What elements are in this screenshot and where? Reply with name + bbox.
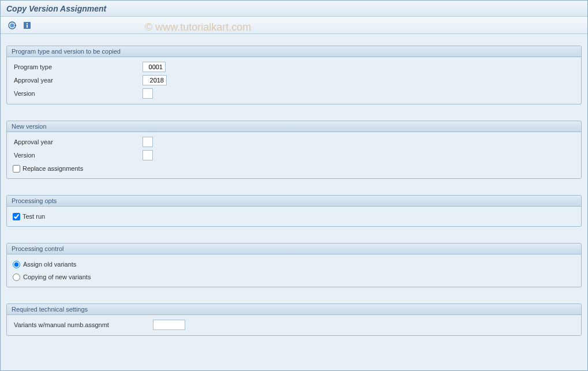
- approval-year-input[interactable]: [143, 75, 167, 85]
- svg-rect-3: [27, 23, 28, 24]
- group-header: Required technical settings: [7, 304, 581, 315]
- toolbar: [1, 17, 587, 34]
- svg-rect-4: [27, 25, 28, 28]
- group-new-version: New version Approval year Version Replac…: [6, 121, 582, 179]
- field-row-program-type: Program type: [13, 61, 575, 73]
- group-header: Program type and version to be copied: [7, 46, 581, 57]
- replace-assignments-checkbox[interactable]: [13, 165, 20, 173]
- copying-new-variants-radio[interactable]: [13, 273, 20, 281]
- field-row-version: Version: [13, 87, 575, 100]
- group-program-type-version: Program type and version to be copied Pr…: [6, 46, 582, 104]
- field-row-new-approval-year: Approval year: [13, 136, 575, 148]
- field-row-new-version: Version: [13, 149, 575, 162]
- new-approval-year-input[interactable]: [143, 137, 153, 147]
- test-run-checkbox[interactable]: [13, 213, 20, 220]
- variants-manual-input[interactable]: [153, 320, 185, 330]
- content-area: Program type and version to be copied Pr…: [1, 34, 587, 370]
- assign-old-variants-label: Assign old variants: [23, 261, 76, 268]
- version-input[interactable]: [143, 88, 153, 99]
- group-header: New version: [7, 121, 581, 132]
- field-row-approval-year: Approval year: [13, 74, 575, 87]
- variants-manual-label: Variants w/manual numb.assgnmt: [13, 321, 153, 328]
- program-type-label: Program type: [13, 63, 143, 70]
- checkbox-row-testrun: Test run: [13, 210, 575, 223]
- info-icon[interactable]: [21, 20, 33, 31]
- new-version-input[interactable]: [143, 150, 153, 160]
- program-type-input[interactable]: [143, 62, 166, 72]
- group-required-technical: Required technical settings Variants w/m…: [6, 303, 582, 336]
- copying-new-variants-label: Copying of new variants: [23, 273, 91, 280]
- replace-assignments-label: Replace assignments: [23, 165, 83, 172]
- field-row-variants-manual: Variants w/manual numb.assgnmt: [13, 318, 575, 331]
- new-version-label: Version: [13, 152, 143, 159]
- test-run-label: Test run: [23, 213, 45, 220]
- group-processing-opts: Processing opts Test run: [6, 195, 582, 227]
- execute-icon[interactable]: [6, 20, 18, 31]
- radio-row-assign-old: Assign old variants: [13, 258, 575, 271]
- group-header: Processing control: [7, 243, 581, 254]
- radio-row-copy-new: Copying of new variants: [13, 271, 575, 283]
- checkbox-row-replace: Replace assignments: [13, 162, 575, 175]
- approval-year-label: Approval year: [13, 77, 143, 84]
- assign-old-variants-radio[interactable]: [13, 261, 20, 268]
- group-processing-control: Processing control Assign old variants C…: [6, 243, 582, 287]
- version-label: Version: [13, 90, 143, 97]
- page-title: Copy Version Assignment: [6, 4, 106, 13]
- title-bar: Copy Version Assignment: [1, 1, 587, 17]
- svg-point-1: [10, 23, 14, 27]
- new-approval-year-label: Approval year: [13, 138, 143, 145]
- group-header: Processing opts: [7, 196, 581, 207]
